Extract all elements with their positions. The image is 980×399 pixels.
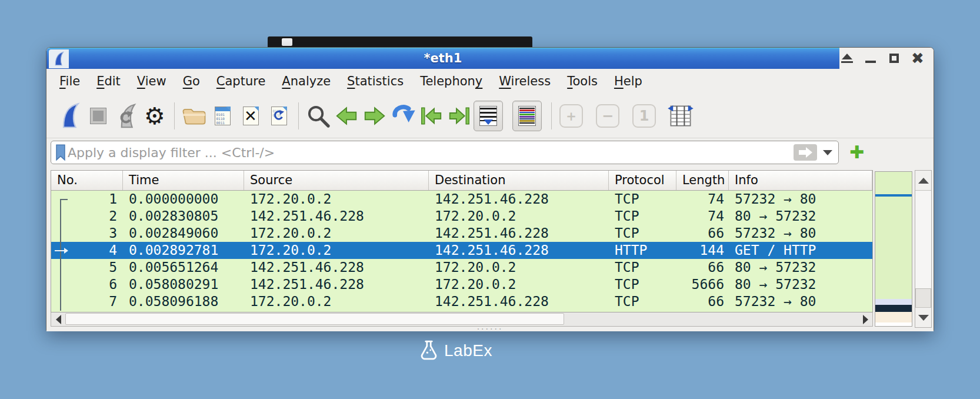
add-filter-button[interactable]: ✚ — [849, 144, 864, 161]
scroll-left-button[interactable] — [51, 312, 65, 326]
menu-view[interactable]: View — [129, 72, 175, 90]
packet-row[interactable]: 1 0.000000000 172.20.0.2 142.251.46.228 … — [51, 191, 872, 208]
menu-help[interactable]: Help — [606, 72, 651, 90]
menu-analyze[interactable]: Analyze — [274, 72, 339, 90]
next-packet-button[interactable] — [361, 101, 389, 131]
first-packet-button[interactable] — [417, 101, 445, 131]
cell-destination: 172.20.0.2 — [429, 276, 609, 293]
zoom-in-button[interactable]: ＋ — [557, 101, 585, 131]
cell-source: 142.251.46.228 — [244, 259, 429, 276]
column-header-length[interactable]: Length — [676, 171, 729, 190]
wireshark-window: *eth1 ✖ FileEditViewGoCaptureAnalyzeStat… — [46, 47, 934, 331]
auto-scroll-toggle[interactable] — [474, 101, 503, 131]
cell-protocol: TCP — [609, 259, 676, 276]
horizontal-scrollbar-thumb[interactable] — [65, 313, 564, 325]
menu-capture[interactable]: Capture — [208, 72, 274, 90]
minimize-icon — [865, 61, 876, 63]
menu-tools[interactable]: Tools — [559, 72, 606, 90]
start-capture-button[interactable] — [56, 101, 84, 131]
colorize-toggle[interactable] — [512, 101, 542, 131]
cell-destination: 142.251.46.228 — [429, 242, 609, 259]
packet-row[interactable]: 3 0.002849060 172.20.0.2 142.251.46.228 … — [51, 225, 872, 242]
minimap-band-cream — [875, 312, 912, 322]
folder-icon — [182, 105, 206, 127]
arrow-last-icon — [446, 104, 472, 128]
resize-columns-icon — [667, 104, 694, 128]
shark-fin-icon — [57, 102, 83, 129]
go-to-packet-button[interactable] — [389, 101, 417, 131]
menu-go[interactable]: Go — [175, 72, 208, 90]
cell-destination: 142.251.46.228 — [429, 191, 609, 208]
save-file-button[interactable]: 010101100011 — [208, 101, 236, 131]
column-header-source[interactable]: Source — [244, 171, 429, 190]
filter-dropdown-caret[interactable] — [823, 150, 832, 155]
find-packet-button[interactable] — [304, 101, 332, 131]
arrow-first-icon — [418, 104, 444, 128]
scroll-right-button[interactable] — [858, 312, 872, 326]
cell-source: 172.20.0.2 — [244, 293, 429, 310]
colorize-icon — [518, 106, 536, 126]
menu-wireless[interactable]: Wireless — [491, 72, 559, 90]
title-bar[interactable]: *eth1 ✖ — [46, 48, 934, 69]
packet-row[interactable]: 4 0.002892781 172.20.0.2 142.251.46.228 … — [51, 242, 872, 259]
filter-bookmark-icon[interactable] — [54, 144, 68, 161]
stop-capture-button[interactable] — [84, 101, 112, 131]
open-file-button[interactable] — [180, 101, 208, 131]
close-file-button[interactable]: ✕ — [236, 101, 265, 131]
search-icon — [306, 104, 331, 128]
menu-statistics[interactable]: Statistics — [339, 72, 412, 90]
column-header-info[interactable]: Info — [729, 171, 872, 190]
triangle-down-icon — [918, 315, 929, 321]
window-resize-grip[interactable]: ······ — [46, 326, 934, 331]
cell-no: 2 — [51, 208, 123, 225]
gear-icon: ⚙ — [144, 104, 165, 128]
cell-time: 0.002849060 — [123, 225, 244, 242]
resize-columns-button[interactable] — [666, 101, 695, 131]
horizontal-scrollbar[interactable] — [51, 312, 873, 327]
scroll-up-button[interactable] — [915, 171, 931, 191]
apply-filter-button[interactable] — [794, 144, 817, 161]
filter-input[interactable] — [68, 145, 794, 160]
vertical-scrollbar-thumb[interactable] — [915, 288, 931, 308]
column-header-protocol[interactable]: Protocol — [609, 171, 676, 190]
cell-time: 0.005651264 — [123, 259, 244, 276]
cell-info: 57232 → 80 — [729, 293, 872, 310]
packet-row[interactable]: 5 0.005651264 142.251.46.228 172.20.0.2 … — [51, 259, 872, 276]
scroll-down-button[interactable] — [915, 307, 931, 327]
packet-row[interactable]: 6 0.058080291 142.251.46.228 172.20.0.2 … — [51, 276, 872, 293]
packet-list-header: No.TimeSourceDestinationProtocolLengthIn… — [51, 171, 872, 191]
close-button[interactable]: ✖ — [910, 51, 925, 66]
zoom-out-button[interactable]: − — [594, 101, 622, 131]
column-header-destination[interactable]: Destination — [429, 171, 609, 190]
column-header-no[interactable]: No. — [51, 171, 123, 190]
vertical-scrollbar[interactable] — [915, 170, 932, 328]
packet-rows: 1 0.000000000 172.20.0.2 142.251.46.228 … — [51, 191, 872, 310]
reload-file-button[interactable]: 01010110 — [265, 101, 293, 131]
zoom-100-button[interactable]: 1 — [630, 101, 658, 131]
packet-row[interactable]: 7 0.058096188 172.20.0.2 142.251.46.228 … — [51, 293, 872, 310]
menu-telephony[interactable]: Telephony — [412, 72, 491, 90]
cell-source: 142.251.46.228 — [244, 208, 429, 225]
toolbar-separator — [174, 102, 175, 129]
cell-protocol: TCP — [609, 225, 676, 242]
auto-scroll-icon — [479, 106, 497, 126]
capture-options-button[interactable]: ⚙ — [141, 101, 169, 131]
display-filter-field[interactable] — [51, 141, 839, 164]
shade-button[interactable] — [839, 51, 855, 66]
packet-minimap-scrollbar[interactable] — [875, 171, 912, 327]
background-window-titlebar — [268, 36, 532, 48]
apply-arrow-icon — [799, 150, 806, 155]
previous-packet-button[interactable] — [332, 101, 361, 131]
maximize-button[interactable] — [886, 51, 902, 66]
cell-destination: 172.20.0.2 — [429, 259, 609, 276]
minimize-button[interactable] — [863, 51, 878, 66]
menu-file[interactable]: File — [51, 72, 88, 90]
column-header-time[interactable]: Time — [123, 171, 244, 190]
packet-row[interactable]: 2 0.002830805 142.251.46.228 172.20.0.2 … — [51, 208, 872, 225]
cell-info: 80 → 57232 — [729, 276, 872, 293]
menu-edit[interactable]: Edit — [88, 72, 129, 90]
reload-file-icon: 01010110 — [271, 107, 287, 125]
restart-capture-button[interactable] — [112, 101, 141, 131]
cell-protocol: TCP — [609, 191, 676, 208]
last-packet-button[interactable] — [445, 101, 474, 131]
